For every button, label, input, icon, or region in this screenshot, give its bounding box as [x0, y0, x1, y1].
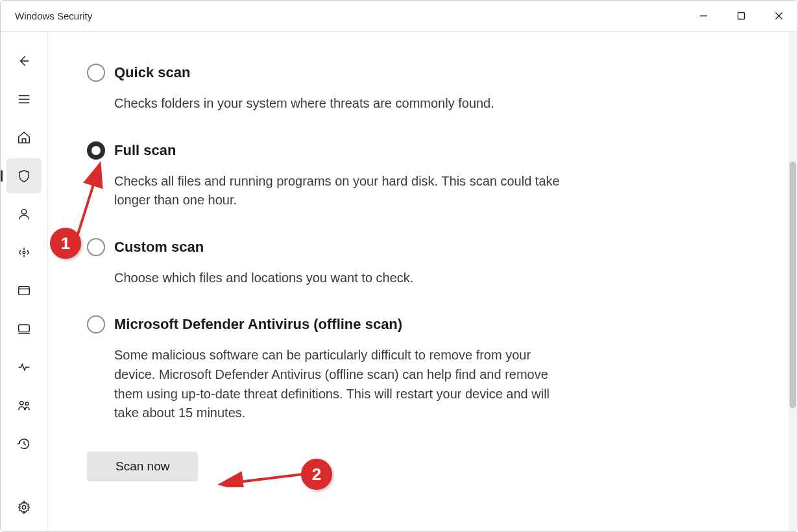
- close-button[interactable]: [760, 1, 797, 32]
- radio-full-scan[interactable]: [87, 141, 105, 160]
- device-security-icon[interactable]: [6, 311, 42, 346]
- full-scan-title: Full scan: [114, 142, 606, 159]
- window-title: Windows Security: [15, 10, 92, 21]
- svg-point-8: [23, 251, 25, 254]
- full-scan-desc: Checks all files and running programs on…: [114, 172, 568, 210]
- maximize-button[interactable]: [722, 1, 760, 32]
- svg-point-13: [20, 402, 23, 405]
- virus-protection-icon[interactable]: [6, 158, 42, 193]
- svg-rect-11: [19, 325, 30, 332]
- scrollbar-thumb[interactable]: [790, 162, 796, 408]
- quick-scan-option[interactable]: Quick scan Checks folders in your system…: [87, 64, 606, 114]
- window-controls: [684, 1, 797, 32]
- quick-scan-desc: Checks folders in your system where thre…: [114, 94, 568, 114]
- offline-scan-desc: Some malicious software can be particula…: [114, 346, 568, 422]
- custom-scan-title: Custom scan: [114, 239, 606, 256]
- radio-quick-scan[interactable]: [87, 64, 105, 82]
- device-performance-icon[interactable]: [6, 350, 42, 385]
- svg-point-14: [25, 402, 29, 405]
- svg-rect-9: [19, 287, 30, 295]
- custom-scan-desc: Choose which files and locations you wan…: [114, 269, 568, 288]
- protection-history-icon[interactable]: [6, 426, 42, 461]
- offline-scan-title: Microsoft Defender Antivirus (offline sc…: [114, 316, 606, 333]
- quick-scan-title: Quick scan: [114, 64, 606, 81]
- custom-scan-option[interactable]: Custom scan Choose which files and locat…: [87, 239, 606, 288]
- svg-rect-1: [738, 13, 744, 19]
- family-options-icon[interactable]: [6, 388, 42, 423]
- app-browser-icon[interactable]: [6, 273, 42, 308]
- full-scan-option[interactable]: Full scan Checks all files and running p…: [87, 142, 606, 210]
- scan-now-button[interactable]: Scan now: [87, 452, 198, 481]
- svg-point-15: [22, 505, 26, 509]
- title-bar: Windows Security: [1, 1, 797, 32]
- account-protection-icon[interactable]: [6, 197, 42, 232]
- main-content: Quick scan Checks folders in your system…: [47, 32, 797, 531]
- radio-offline-scan[interactable]: [87, 315, 105, 333]
- scrollbar[interactable]: [788, 32, 797, 531]
- radio-custom-scan[interactable]: [87, 238, 105, 256]
- svg-point-7: [21, 210, 26, 214]
- sidebar: [1, 32, 47, 531]
- home-icon[interactable]: [6, 120, 42, 155]
- menu-button[interactable]: [6, 82, 42, 117]
- settings-icon[interactable]: [6, 490, 42, 525]
- offline-scan-option[interactable]: Microsoft Defender Antivirus (offline sc…: [87, 316, 606, 422]
- firewall-icon[interactable]: [6, 235, 42, 270]
- minimize-button[interactable]: [684, 1, 722, 32]
- back-button[interactable]: [6, 43, 42, 79]
